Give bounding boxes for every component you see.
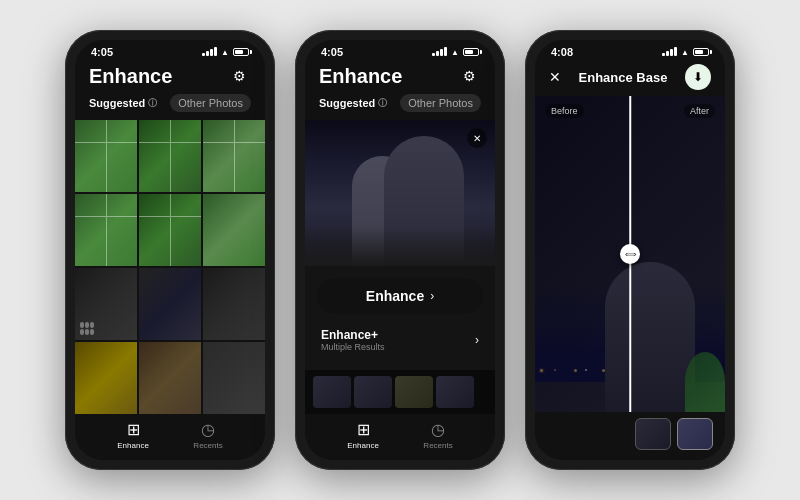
enhance-sheet: Enhance › Enhance+ Multiple Results › bbox=[305, 266, 495, 370]
enhance-plus-chevron-icon: › bbox=[475, 333, 479, 347]
wifi-icon: ▲ bbox=[221, 48, 229, 57]
nav-recents-1[interactable]: ◷ Recents bbox=[193, 420, 222, 450]
signal-icon-3 bbox=[662, 48, 677, 56]
enhance-plus-sub: Multiple Results bbox=[321, 342, 385, 352]
comparison-handle[interactable]: ⟺ bbox=[620, 244, 640, 264]
close-button-3[interactable]: ✕ bbox=[549, 69, 561, 85]
thumb-3[interactable] bbox=[395, 376, 433, 408]
nav-recents-2[interactable]: ◷ Recents bbox=[423, 420, 452, 450]
thumb-after-3[interactable] bbox=[677, 418, 713, 450]
nav-enhance-label-1: Enhance bbox=[117, 441, 149, 450]
thumb-1[interactable] bbox=[313, 376, 351, 408]
thumb-2[interactable] bbox=[354, 376, 392, 408]
enhance-plus-row[interactable]: Enhance+ Multiple Results › bbox=[317, 322, 483, 358]
bottom-nav-2: ⊞ Enhance ◷ Recents bbox=[305, 414, 495, 460]
close-button-2[interactable]: ✕ bbox=[467, 128, 487, 148]
recents-nav-icon: ◷ bbox=[201, 420, 215, 439]
phone-3: 4:08 ▲ ✕ Enhance Base ⬇ Before bbox=[525, 30, 735, 470]
app-title-2: Enhance bbox=[319, 65, 402, 88]
grid-cell-12[interactable] bbox=[203, 342, 265, 414]
tab-other-1[interactable]: Other Photos bbox=[170, 94, 251, 112]
tab-row-1: Suggested ⓘ Other Photos bbox=[75, 94, 265, 120]
photo-grid-1 bbox=[75, 120, 265, 414]
grid-cell-11[interactable] bbox=[139, 342, 201, 414]
enhance-button-label: Enhance bbox=[366, 288, 424, 304]
wifi-icon-3: ▲ bbox=[681, 48, 689, 57]
grid-cell-8[interactable] bbox=[139, 268, 201, 340]
grid-cell-7[interactable] bbox=[75, 268, 137, 340]
enhance-nav-icon: ⊞ bbox=[127, 420, 140, 439]
time-1: 4:05 bbox=[91, 46, 113, 58]
phone-1: 4:05 ▲ Enhance ⚙ Suggested bbox=[65, 30, 275, 470]
battery-icon-2 bbox=[463, 48, 479, 56]
app-header-1: Enhance ⚙ bbox=[75, 60, 265, 94]
phone-3-screen: 4:08 ▲ ✕ Enhance Base ⬇ Before bbox=[535, 40, 725, 460]
enhance-nav-icon-2: ⊞ bbox=[357, 420, 370, 439]
grid-cell-4[interactable] bbox=[75, 194, 137, 266]
status-icons-3: ▲ bbox=[662, 48, 709, 57]
app-header-2: Enhance ⚙ bbox=[305, 60, 495, 94]
grid-cell-1[interactable] bbox=[75, 120, 137, 192]
time-2: 4:05 bbox=[321, 46, 343, 58]
phone3-bottom bbox=[535, 412, 725, 460]
enhance-chevron-icon: › bbox=[430, 289, 434, 303]
phone-2-screen: 4:05 ▲ Enhance ⚙ Suggested bbox=[305, 40, 495, 460]
time-3: 4:08 bbox=[551, 46, 573, 58]
nav-enhance-1[interactable]: ⊞ Enhance bbox=[117, 420, 149, 450]
battery-icon-3 bbox=[693, 48, 709, 56]
tab-other-2[interactable]: Other Photos bbox=[400, 94, 481, 112]
tab-suggested-1[interactable]: Suggested ⓘ bbox=[89, 97, 157, 110]
phone3-header: ✕ Enhance Base ⬇ bbox=[535, 60, 725, 96]
bottom-nav-1: ⊞ Enhance ◷ Recents bbox=[75, 414, 265, 460]
main-photo-2[interactable]: ✕ bbox=[305, 120, 495, 266]
after-label: After bbox=[684, 104, 715, 118]
nav-recents-label-2: Recents bbox=[423, 441, 452, 450]
grid-cell-9[interactable] bbox=[203, 268, 265, 340]
before-label: Before bbox=[545, 104, 584, 118]
thumb-strip-2 bbox=[305, 370, 495, 414]
signal-icon bbox=[202, 48, 217, 56]
recents-nav-icon-2: ◷ bbox=[431, 420, 445, 439]
grid-cell-5[interactable] bbox=[139, 194, 201, 266]
comparison-view[interactable]: Before After ⟺ bbox=[535, 96, 725, 412]
grid-cell-10[interactable] bbox=[75, 342, 137, 414]
battery-icon bbox=[233, 48, 249, 56]
status-bar-3: 4:08 ▲ bbox=[535, 40, 725, 60]
enhance-plus-label: Enhance+ bbox=[321, 328, 385, 342]
nav-enhance-2[interactable]: ⊞ Enhance bbox=[347, 420, 379, 450]
wifi-icon-2: ▲ bbox=[451, 48, 459, 57]
status-icons-2: ▲ bbox=[432, 48, 479, 57]
nav-recents-label-1: Recents bbox=[193, 441, 222, 450]
enhance-button[interactable]: Enhance › bbox=[317, 278, 483, 314]
signal-icon-2 bbox=[432, 48, 447, 56]
nav-enhance-label-2: Enhance bbox=[347, 441, 379, 450]
download-button[interactable]: ⬇ bbox=[685, 64, 711, 90]
comparison-person bbox=[605, 262, 695, 412]
grid-cell-3[interactable] bbox=[203, 120, 265, 192]
status-bar-1: 4:05 ▲ bbox=[75, 40, 265, 60]
status-bar-2: 4:05 ▲ bbox=[305, 40, 495, 60]
app-title-1: Enhance bbox=[89, 65, 172, 88]
thumb-before-3[interactable] bbox=[635, 418, 671, 450]
tab-suggested-2[interactable]: Suggested ⓘ bbox=[319, 97, 387, 110]
plant-decoration bbox=[685, 352, 725, 412]
grid-cell-6[interactable] bbox=[203, 194, 265, 266]
phone-1-screen: 4:05 ▲ Enhance ⚙ Suggested bbox=[75, 40, 265, 460]
enhance-base-title: Enhance Base bbox=[579, 70, 668, 85]
thumb-4[interactable] bbox=[436, 376, 474, 408]
tab-row-2: Suggested ⓘ Other Photos bbox=[305, 94, 495, 120]
gear-button-1[interactable]: ⚙ bbox=[227, 64, 251, 88]
gear-button-2[interactable]: ⚙ bbox=[457, 64, 481, 88]
grid-cell-2[interactable] bbox=[139, 120, 201, 192]
status-icons-1: ▲ bbox=[202, 48, 249, 57]
phone-2: 4:05 ▲ Enhance ⚙ Suggested bbox=[295, 30, 505, 470]
